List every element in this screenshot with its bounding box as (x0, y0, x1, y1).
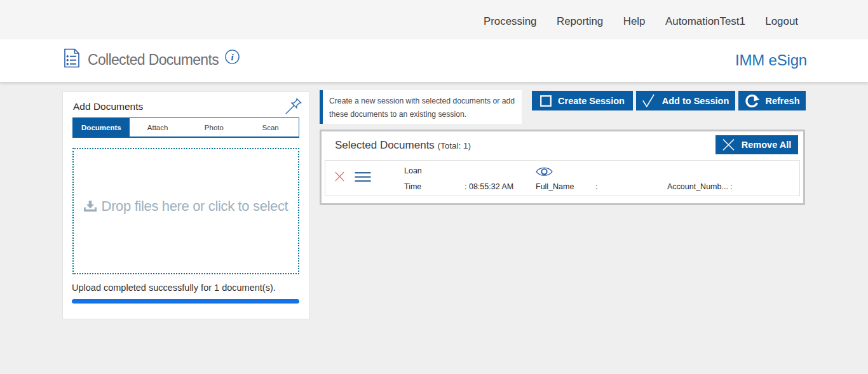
svg-text:i: i (231, 52, 234, 62)
